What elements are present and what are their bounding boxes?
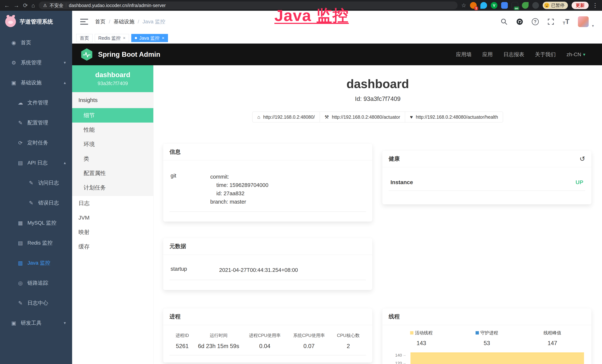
breadcrumb-separator: / [138, 19, 139, 25]
sidebar-item-scheduled-job[interactable]: ⟳ 定时任务 [0, 133, 72, 153]
cell-value: 0.04 [242, 343, 287, 350]
breadcrumb-home[interactable]: 首页 [95, 18, 106, 25]
search-icon[interactable] [501, 18, 508, 25]
sidebar-item-redis-monitor[interactable]: ▤ Redis 监控 [0, 233, 72, 253]
instance-id: 93a3fc7f7409 [97, 81, 128, 86]
extension-icon-2[interactable] [480, 2, 487, 9]
history-icon[interactable]: ↺ [580, 156, 585, 162]
heart-icon: ♥ [410, 114, 413, 120]
threads-card: 线程 活动线程 143 守护进程 [382, 308, 591, 364]
extension-icon-7[interactable] [532, 2, 539, 9]
sidebar-item-dev-tools[interactable]: ▣ 研发工具 ▾ [0, 313, 72, 333]
legend-peak-threads: 线程峰值 147 [520, 330, 585, 347]
sba-sidebar-item-performance[interactable]: 性能 [72, 123, 153, 137]
sba-sidebar-item-scheduled-tasks[interactable]: 计划任务 [72, 181, 153, 195]
sidebar-item-infra[interactable]: ▣ 基础设施 ▴ [0, 73, 72, 93]
actuator-url-link[interactable]: ⚒ http://192.168.0.2:48080/actuator [320, 112, 405, 122]
back-icon[interactable]: ← [4, 3, 10, 8]
browser-menu-icon[interactable]: ⋮ [592, 3, 598, 8]
sidebar-item-system[interactable]: ⚙ 系统管理 ▾ [0, 53, 72, 73]
insights-section-label: Insights [72, 92, 153, 108]
tab-redis-monitor[interactable]: Redis 监控 × [95, 34, 129, 42]
legend-label: 守护进程 [480, 330, 498, 336]
tab-java-monitor[interactable]: Java 监控 × [131, 34, 168, 42]
fullscreen-icon[interactable] [547, 18, 554, 25]
dashboard-icon: ◉ [10, 40, 17, 46]
process-col-pid: 进程ID 5261 [170, 332, 195, 350]
sba-sidebar-item-details[interactable]: 细节 [72, 108, 153, 123]
sidebar-item-api-log[interactable]: ▤ API 日志 ▴ [0, 153, 72, 173]
github-icon[interactable] [516, 18, 523, 25]
sidebar-item-config-manage[interactable]: ✎ 配置管理 [0, 113, 72, 133]
sidebar-item-mysql-monitor[interactable]: ▦ MySQL 监控 [0, 213, 72, 233]
security-label[interactable]: 不安全 [50, 2, 64, 9]
service-url-link[interactable]: ⌂ http://192.168.0.2:48080/ [252, 112, 320, 122]
sidebar-item-log-center[interactable]: ✎ 日志中心 [0, 293, 72, 313]
sidebar-item-file-manage[interactable]: ☁ 文件管理 [0, 93, 72, 113]
extension-icon-4[interactable] [501, 2, 508, 9]
extension-icon-1[interactable]: 1 [470, 2, 477, 9]
bookmark-star-icon[interactable]: ☆ [461, 3, 466, 8]
sba-language-select[interactable]: zh-CN ▾ [567, 52, 585, 57]
cell-value: 6d 23h 15m 59s [195, 343, 242, 350]
process-card: 进程 进程ID 5261 运行时间 6d 23h 15m 59s [163, 308, 372, 363]
sba-sidebar-item-logs[interactable]: 日志 [72, 196, 153, 211]
url-text[interactable]: dashboard.yudao.iocoder.cn/infra/admin-s… [69, 3, 166, 8]
threads-legend: 活动线程 143 守护进程 53 线程峰值 [389, 330, 585, 347]
sba-nav-about[interactable]: 关于我们 [535, 51, 556, 58]
sidebar-item-home[interactable]: ◉ 首页 [0, 33, 72, 53]
cloud-icon: ☁ [17, 100, 24, 106]
chevron-up-icon: ▴ [64, 80, 66, 85]
instance-tile[interactable]: dashboard 93a3fc7f7409 [72, 65, 153, 92]
annotation-java-monitor: Java 监控 [274, 5, 349, 27]
sba-brand[interactable]: Spring Boot Admin [81, 48, 160, 61]
sba-sidebar-item-mappings[interactable]: 映射 [72, 225, 153, 239]
cell-value: 0.07 [287, 343, 331, 350]
font-size-icon[interactable]: TT [563, 18, 569, 26]
sba-nav-wall[interactable]: 应用墙 [456, 51, 472, 58]
sidebar-item-error-log[interactable]: ✎ 错误日志 [0, 193, 72, 213]
sidebar-item-java-monitor[interactable]: ▥ Java 监控 [0, 253, 72, 273]
home-icon: ⌂ [257, 114, 260, 120]
table-row[interactable]: Instance UP [389, 175, 585, 191]
sba-sidebar-item-classes[interactable]: 类 [72, 151, 153, 166]
extension-icon-6[interactable] [522, 2, 528, 9]
wrench-icon: ⚒ [325, 114, 329, 120]
sidebar-item-access-log[interactable]: ✎ 访问日志 [0, 173, 72, 193]
help-icon[interactable]: ? [532, 18, 539, 25]
browser-home-icon[interactable]: ⌂ [32, 3, 35, 8]
profile-chip[interactable]: 已暂停 [543, 2, 568, 9]
git-id-line: id: 27aa832 [210, 189, 269, 198]
tab-home[interactable]: 首页 [76, 34, 93, 42]
reload-icon[interactable]: ⟳ [23, 3, 28, 8]
column-header: CPU核心数 [331, 332, 366, 338]
forward-icon[interactable]: → [13, 3, 19, 8]
app-logo[interactable]: 芋道管理系统 [0, 11, 72, 33]
health-instance-label: Instance [390, 179, 413, 185]
sba-sidebar-item-caches[interactable]: 缓存 [72, 239, 153, 254]
sidebar-toggle-icon[interactable] [80, 18, 88, 25]
breadcrumb-infra[interactable]: 基础设施 [114, 18, 134, 25]
health-url-link[interactable]: ♥ http://192.168.0.2:48080/actuator/heal… [405, 112, 503, 122]
sba-nav-journal[interactable]: 日志报表 [504, 51, 524, 58]
sba-sidebar-item-environment[interactable]: 环境 [72, 137, 153, 151]
update-button[interactable]: 更新 [572, 2, 589, 9]
process-col-process-cpu: 进程CPU使用率 0.04 [242, 332, 287, 350]
extension-icon-3[interactable]: V [491, 2, 497, 9]
address-bar[interactable]: ⚠ 不安全 dashboard.yudao.iocoder.cn/infra/a… [39, 1, 458, 9]
sba-sidebar-item-jvm[interactable]: JVM [72, 211, 153, 225]
sba-nav-applications[interactable]: 应用 [483, 51, 493, 58]
close-icon[interactable]: × [123, 36, 126, 40]
user-avatar[interactable] [578, 16, 589, 27]
sidebar-item-label: 定时任务 [27, 139, 48, 146]
sba-sidebar-item-configprops[interactable]: 配置属性 [72, 166, 153, 181]
column-header: 运行时间 [195, 332, 242, 338]
column-header: 系统CPU使用率 [287, 332, 331, 338]
close-icon[interactable]: × [162, 36, 164, 40]
chevron-down-icon: ▾ [64, 321, 66, 325]
column-header: 进程CPU使用率 [242, 332, 287, 338]
sidebar-item-label: 访问日志 [38, 179, 59, 186]
sidebar-item-trace[interactable]: ◎ 链路追踪 [0, 273, 72, 293]
extension-icon-5[interactable]: on [512, 2, 518, 9]
edit-icon: ✎ [28, 200, 34, 206]
